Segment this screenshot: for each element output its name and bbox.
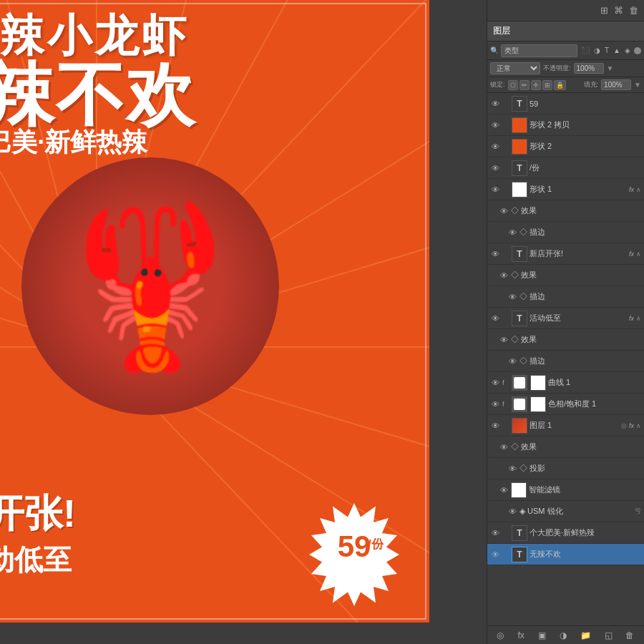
layer-visibility-toggle[interactable]: 👁 <box>507 357 517 366</box>
layer-mask-thumbnail <box>530 396 546 412</box>
layer-name-label: ◇ 效果 <box>511 270 641 280</box>
layer-thumbnail: T <box>512 246 527 262</box>
layer-item[interactable]: 👁 T 个大肥美·新鲜热辣 <box>487 522 644 544</box>
layer-item-sub-sub[interactable]: 👁 ◇ 描边 <box>487 286 644 308</box>
layer-visibility-toggle[interactable]: 👁 <box>490 121 500 130</box>
filter-pixel-icon[interactable]: ⬛ <box>580 46 591 55</box>
fill-arrow[interactable]: ▼ <box>634 81 641 89</box>
layer-visibility-toggle[interactable]: 👁 <box>499 443 509 452</box>
layer-clip-icon: f <box>502 401 509 408</box>
layer-name-label: 智能滤镜 <box>529 484 641 495</box>
link-layers-button[interactable]: ◎ <box>495 629 505 642</box>
layer-item-sub[interactable]: 👁 ◇ 效果 <box>487 436 644 458</box>
layer-item-sub[interactable]: 👁 智能滤镜 <box>487 479 644 501</box>
panel-top-bar: ⊞ ⌘ 🗑 <box>487 0 644 21</box>
layer-fx-badge: fx <box>629 315 634 322</box>
layer-visibility-toggle[interactable]: 👁 <box>499 336 509 344</box>
layer-item-sub-sub[interactable]: 👁 ◇ 投影 <box>487 458 644 479</box>
smart-filter-label: 亏 <box>635 507 641 516</box>
layer-visibility-toggle[interactable]: 👁 <box>507 293 517 301</box>
layer-filter-row: 🔍 类型 ⬛ ◑ T ▲ ◈ <box>487 42 644 60</box>
layer-item-sub[interactable]: 👁 ◇ 效果 <box>487 329 644 351</box>
layer-name-label: 形状 2 拷贝 <box>530 119 641 130</box>
layer-item[interactable]: 👁 f 曲线 1 <box>487 372 644 394</box>
filter-shape-icon[interactable]: ▲ <box>612 46 622 55</box>
layer-item-sub-sub[interactable]: 👁 ◈ USM 锐化 亏 <box>487 501 644 522</box>
layer-visibility-toggle[interactable]: 👁 <box>499 207 509 215</box>
layer-item[interactable]: 👁 T 活动低至 fx ∧ <box>487 308 644 329</box>
new-group-button[interactable]: 📁 <box>579 629 592 642</box>
layer-item[interactable]: 👁 形状 2 <box>487 136 644 157</box>
opacity-arrow[interactable]: ▼ <box>607 64 614 72</box>
layer-thumbnail: T <box>512 547 527 562</box>
lock-position-icon[interactable]: ✛ <box>531 80 541 90</box>
lock-artboard-icon[interactable]: ⊞ <box>542 80 552 90</box>
layer-name-label: 形状 1 <box>530 184 627 195</box>
camera-icon[interactable]: ⌘ <box>614 5 623 16</box>
layer-visibility-toggle[interactable]: 👁 <box>490 529 500 537</box>
layer-expand-arrow[interactable]: ∧ <box>636 422 641 429</box>
filter-type-icons: ⬛ ◑ T ▲ ◈ <box>580 46 632 55</box>
filter-toggle[interactable] <box>634 47 641 54</box>
layer-visibility-toggle[interactable]: 👁 <box>490 379 500 387</box>
layer-item-sub-sub[interactable]: 👁 ◇ 描边 <box>487 351 644 372</box>
lock-pixels-icon[interactable]: ✏ <box>519 80 530 90</box>
layer-visibility-toggle[interactable]: 👁 <box>507 228 517 237</box>
layer-styles-button[interactable]: fx <box>516 629 525 642</box>
add-mask-button[interactable]: ▣ <box>537 629 547 642</box>
layer-visibility-toggle[interactable]: 👁 <box>490 550 500 559</box>
layer-visibility-toggle[interactable]: 👁 <box>499 486 509 494</box>
layer-visibility-toggle[interactable]: 👁 <box>490 185 500 194</box>
layer-item-selected[interactable]: 👁 T 无辣不欢 <box>487 544 644 565</box>
layer-visibility-toggle[interactable]: 👁 <box>490 142 500 151</box>
layer-name-label: 图层 1 <box>530 420 619 431</box>
layer-visibility-toggle[interactable]: 👁 <box>499 271 509 280</box>
bottom-text-area: 开张! 动低至 <box>0 488 76 580</box>
layer-thumbnail: T <box>512 311 527 326</box>
layer-visibility-toggle[interactable]: 👁 <box>507 464 517 473</box>
filter-smart-icon[interactable]: ◈ <box>623 46 632 55</box>
lock-icons-group: ⬡ ✏ ✛ ⊞ 🔒 <box>508 80 566 90</box>
arrange-icon[interactable]: ⊞ <box>600 5 608 16</box>
filter-adj-icon[interactable]: ◑ <box>592 46 602 55</box>
layer-expand-arrow[interactable]: ∧ <box>636 186 641 193</box>
layer-visibility-toggle[interactable]: 👁 <box>490 421 500 430</box>
lock-all-icon[interactable]: 🔒 <box>554 80 566 90</box>
fill-input[interactable]: 100% <box>601 79 631 90</box>
layer-visibility-toggle[interactable]: 👁 <box>490 99 500 108</box>
lock-transparent-icon[interactable]: ⬡ <box>508 80 518 90</box>
layer-item[interactable]: 👁 T 新店开张! fx ∧ <box>487 243 644 265</box>
layer-item-sub-sub[interactable]: 👁 ◇ 描边 <box>487 222 644 243</box>
layer-expand-arrow[interactable]: ∧ <box>636 250 641 258</box>
layer-thumbnail <box>512 418 527 434</box>
opacity-input[interactable]: 100% <box>574 63 604 74</box>
layer-item[interactable]: 👁 形状 1 fx ∧ <box>487 179 644 200</box>
delete-layer-button[interactable]: 🗑 <box>624 629 635 642</box>
layer-expand-arrow[interactable]: ∧ <box>636 315 641 322</box>
layer-item[interactable]: 👁 形状 2 拷贝 <box>487 114 644 136</box>
layer-item[interactable]: 👁 T 59 <box>487 93 644 114</box>
layer-item[interactable]: 👁 图层 1 ◎ fx ∧ <box>487 415 644 436</box>
layer-visibility-toggle[interactable]: 👁 <box>490 164 500 172</box>
layers-bottom-toolbar: ◎ fx ▣ ◑ 📁 ◱ 🗑 <box>487 625 644 644</box>
layer-visibility-toggle[interactable]: 👁 <box>490 400 500 409</box>
filter-type-dropdown[interactable]: 类型 <box>501 44 577 57</box>
filter-text-icon[interactable]: T <box>603 46 610 55</box>
layer-name-label: ◇ 效果 <box>511 334 641 345</box>
layer-thumbnail: T <box>512 525 527 541</box>
layer-thumbnail: T <box>512 96 527 112</box>
fill-label: 填充: <box>584 80 599 89</box>
layer-item[interactable]: 👁 f 色相/饱和度 1 <box>487 394 644 415</box>
layer-visibility-toggle[interactable]: 👁 <box>490 250 500 258</box>
adjustment-layer-button[interactable]: ◑ <box>558 629 568 642</box>
layer-visibility-toggle[interactable]: 👁 <box>507 507 517 516</box>
layer-visibility-toggle[interactable]: 👁 <box>490 314 500 323</box>
layer-item[interactable]: 👁 T /份 <box>487 157 644 179</box>
new-layer-button[interactable]: ◱ <box>603 629 614 642</box>
layer-item-sub[interactable]: 👁 ◇ 效果 <box>487 265 644 286</box>
lobster-emoji: 🦞 <box>52 208 249 365</box>
blend-mode-dropdown[interactable]: 正常 <box>490 62 540 74</box>
trash-icon[interactable]: 🗑 <box>629 5 638 16</box>
layer-item-sub[interactable]: 👁 ◇ 效果 <box>487 200 644 222</box>
artwork: 辣小龙虾 辣不欢 巴美·新鲜热辣 🦞 开张! 动低至 59 /份 <box>0 0 429 623</box>
